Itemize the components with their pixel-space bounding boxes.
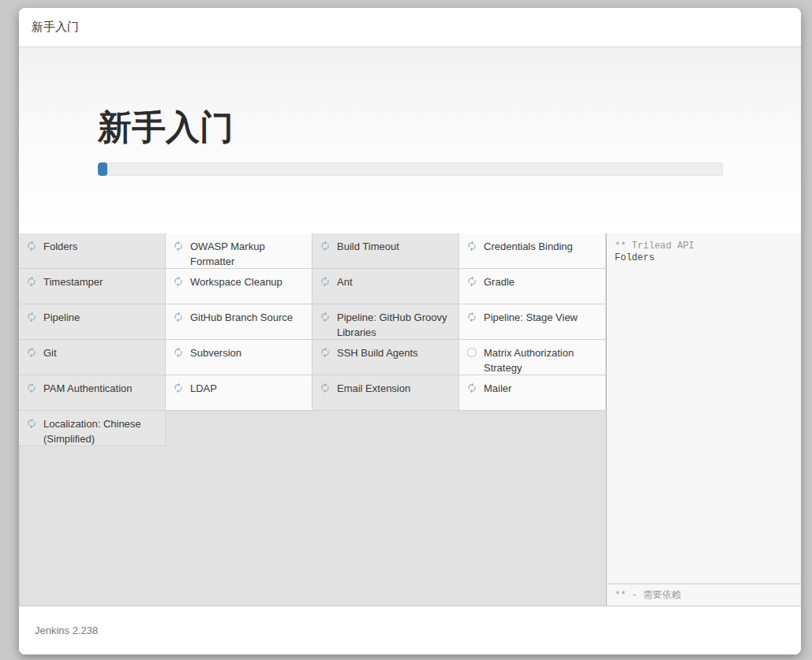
installing-spinner-icon bbox=[173, 241, 184, 252]
plugin-name: GitHub Branch Source bbox=[190, 310, 293, 325]
plugin-cell: Email Extension bbox=[312, 375, 459, 411]
plugin-name: Timestamper bbox=[43, 274, 103, 289]
plugin-name: Git bbox=[43, 345, 57, 360]
plugin-cell: Pipeline bbox=[19, 304, 166, 340]
plugin-name: Subversion bbox=[190, 345, 241, 360]
plugin-name: Folders bbox=[43, 239, 77, 254]
plugin-cell: PAM Authentication bbox=[19, 375, 166, 411]
installing-spinner-icon bbox=[173, 311, 184, 323]
installing-spinner-icon bbox=[320, 382, 331, 393]
hero-header: 新手入门 bbox=[19, 47, 801, 233]
plugin-cell: Ant bbox=[312, 269, 459, 304]
jenkins-version-label: Jenkins 2.238 bbox=[35, 625, 98, 636]
install-area: FoldersOWASP Markup FormatterBuild Timeo… bbox=[19, 233, 801, 606]
installing-spinner-icon bbox=[320, 311, 331, 323]
installing-spinner-icon bbox=[26, 382, 37, 393]
dialog-titlebar: 新手入门 bbox=[19, 8, 801, 47]
plugin-name: Credentials Binding bbox=[484, 239, 573, 254]
installing-spinner-icon bbox=[320, 241, 331, 252]
installing-spinner-icon bbox=[26, 311, 37, 323]
plugin-cell: SSH Build Agents bbox=[312, 340, 459, 375]
plugin-name: OWASP Markup Formatter bbox=[190, 239, 307, 269]
plugin-name: Gradle bbox=[484, 274, 515, 289]
plugin-name: Email Extension bbox=[337, 381, 410, 396]
plugin-name: Workspace Cleanup bbox=[190, 274, 283, 289]
dialog-title: 新手入门 bbox=[32, 20, 79, 35]
installing-spinner-icon bbox=[26, 347, 37, 358]
plugin-name: Build Timeout bbox=[337, 239, 399, 254]
plugin-name: Mailer bbox=[484, 381, 511, 396]
installing-spinner-icon bbox=[466, 276, 477, 287]
plugin-name: Matrix Authorization Strategy bbox=[484, 345, 601, 375]
plugin-cell: Pipeline: Stage View bbox=[459, 304, 606, 340]
dependency-legend: ** - 需要依赖 bbox=[607, 584, 801, 606]
install-console-panel: ** Trilead APIFolders ** - 需要依赖 bbox=[606, 233, 801, 606]
plugin-cell: Build Timeout bbox=[312, 233, 459, 269]
page-title: 新手入门 bbox=[98, 110, 801, 144]
plugin-cell: Timestamper bbox=[19, 269, 166, 304]
installing-spinner-icon bbox=[320, 347, 331, 358]
plugin-cell: Matrix Authorization Strategy bbox=[459, 340, 606, 375]
plugin-cell: GitHub Branch Source bbox=[166, 304, 312, 340]
install-console-log: ** Trilead APIFolders bbox=[607, 233, 801, 584]
plugin-cell: LDAP bbox=[166, 375, 312, 411]
installing-spinner-icon bbox=[320, 276, 331, 287]
installing-spinner-icon bbox=[173, 276, 184, 287]
installing-spinner-icon bbox=[173, 347, 184, 358]
plugin-cell: Git bbox=[19, 340, 166, 375]
plugin-cell: Workspace Cleanup bbox=[166, 269, 312, 304]
plugin-name: Pipeline bbox=[43, 310, 80, 325]
plugin-name: LDAP bbox=[190, 381, 217, 396]
plugin-name: Localization: Chinese (Simplified) bbox=[43, 416, 160, 446]
setup-wizard-dialog: 新手入门 新手入门 FoldersOWASP Markup FormatterB… bbox=[19, 8, 801, 654]
installing-spinner-icon bbox=[173, 382, 184, 393]
installing-spinner-icon bbox=[466, 241, 477, 252]
installing-spinner-icon bbox=[26, 418, 37, 429]
pending-circle-icon bbox=[466, 347, 477, 358]
plugin-cell: OWASP Markup Formatter bbox=[166, 233, 312, 269]
plugin-name: Pipeline: Stage View bbox=[484, 310, 578, 325]
console-log-line: Folders bbox=[615, 252, 793, 264]
plugin-cell: Localization: Chinese (Simplified) bbox=[19, 411, 166, 446]
installing-spinner-icon bbox=[26, 276, 37, 287]
install-progress-bar bbox=[98, 162, 723, 176]
plugin-cell: Gradle bbox=[459, 269, 606, 304]
plugin-cell: Credentials Binding bbox=[459, 233, 606, 269]
plugin-name: Ant bbox=[337, 274, 353, 289]
installing-spinner-icon bbox=[466, 382, 477, 393]
installing-spinner-icon bbox=[466, 311, 477, 323]
plugin-grid: FoldersOWASP Markup FormatterBuild Timeo… bbox=[19, 233, 606, 606]
console-log-line: ** Trilead API bbox=[615, 241, 793, 252]
dialog-footer: Jenkins 2.238 bbox=[19, 606, 801, 654]
plugin-cell: Mailer bbox=[459, 375, 606, 411]
plugin-name: SSH Build Agents bbox=[337, 345, 418, 360]
install-progress-fill bbox=[98, 162, 107, 176]
plugin-name: Pipeline: GitHub Groovy Libraries bbox=[337, 310, 454, 340]
installing-spinner-icon bbox=[26, 241, 37, 252]
dependency-legend-text: ** - 需要依赖 bbox=[615, 588, 681, 602]
plugin-cell: Folders bbox=[19, 233, 166, 269]
plugin-name: PAM Authentication bbox=[43, 381, 133, 396]
plugin-cell: Subversion bbox=[166, 340, 312, 375]
plugin-cell: Pipeline: GitHub Groovy Libraries bbox=[312, 304, 459, 340]
